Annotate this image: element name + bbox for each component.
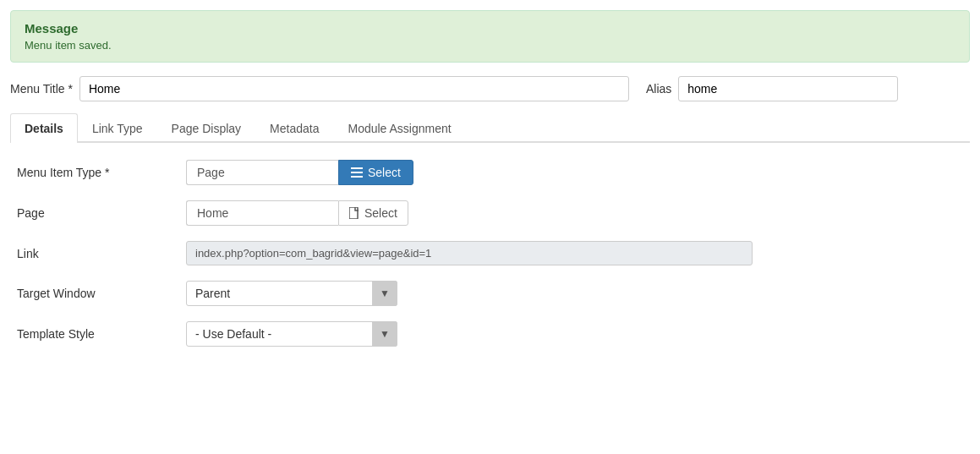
tab-module-assignment[interactable]: Module Assignment	[333, 113, 465, 143]
menu-title-label: Menu Title *	[10, 82, 73, 96]
page-label: Page	[17, 206, 186, 220]
menu-item-type-label: Menu Item Type *	[17, 166, 186, 179]
svg-rect-0	[351, 167, 363, 169]
message-box: Message Menu item saved.	[10, 10, 970, 63]
svg-rect-2	[351, 176, 363, 178]
tab-page-display[interactable]: Page Display	[157, 113, 256, 143]
alias-input[interactable]	[678, 76, 898, 101]
target-window-select[interactable]: Parent New Window with Navigation New Wi…	[186, 281, 397, 306]
tabs: Details Link Type Page Display Metadata …	[10, 113, 970, 143]
menu-item-type-select-button[interactable]: Select	[338, 160, 413, 185]
alias-label: Alias	[646, 82, 671, 96]
menu-item-type-value: Page	[186, 160, 338, 185]
menu-item-type-content: Page Select	[186, 160, 413, 185]
list-icon	[351, 167, 363, 178]
svg-rect-1	[351, 172, 363, 173]
page-row: Page Home Select	[10, 200, 970, 226]
template-style-row: Template Style - Use Default - ▼	[10, 321, 970, 347]
target-window-label: Target Window	[17, 287, 186, 300]
target-window-wrapper: Parent New Window with Navigation New Wi…	[186, 281, 397, 306]
message-body: Menu item saved.	[25, 39, 955, 52]
template-style-wrapper: - Use Default - ▼	[186, 321, 397, 347]
page-content: Home Select	[186, 200, 408, 226]
target-window-row: Target Window Parent New Window with Nav…	[10, 281, 970, 306]
page-value: Home	[186, 200, 338, 226]
menu-item-type-row: Menu Item Type * Page Select	[10, 160, 970, 185]
link-label: Link	[17, 247, 186, 260]
template-style-select[interactable]: - Use Default -	[186, 321, 397, 347]
tab-details[interactable]: Details	[10, 113, 78, 143]
svg-rect-3	[349, 207, 358, 219]
tab-metadata[interactable]: Metadata	[255, 113, 333, 143]
link-value: index.php?option=com_bagrid&view=page&id…	[186, 241, 753, 265]
tab-link-type[interactable]: Link Type	[78, 113, 157, 143]
link-row: Link index.php?option=com_bagrid&view=pa…	[10, 241, 970, 265]
menu-item-type-select-label: Select	[368, 166, 401, 179]
template-style-label: Template Style	[17, 327, 186, 341]
menu-title-input[interactable]	[79, 76, 629, 101]
page-select-button[interactable]: Select	[338, 200, 408, 226]
document-icon	[349, 207, 359, 219]
message-title: Message	[25, 21, 955, 36]
page-select-label: Select	[364, 206, 397, 220]
